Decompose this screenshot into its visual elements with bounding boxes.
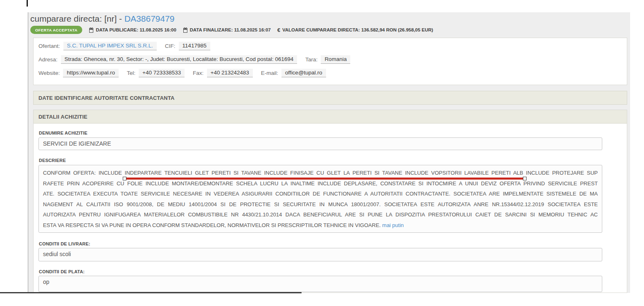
plata-input[interactable]: op — [38, 276, 602, 292]
fax-label: Fax: — [193, 70, 203, 76]
value-meta: € VALOARE CUMPARARE DIRECTA: 136.582,94 … — [277, 27, 433, 33]
offerer-row-identity: Ofertant: S.C. TUPAL HP IMPEX SRL S.R.L.… — [38, 42, 218, 50]
address-label: Adresa: — [38, 56, 58, 63]
show-less-link[interactable]: mai putin — [382, 222, 404, 228]
email-label: E-mail: — [261, 70, 278, 76]
procurement-detail-region: cumparare directa: [nr] - DA38679479 OFE… — [28, 12, 630, 293]
publish-date-label: DATA PUBLICARE: 11.08.2025 16:00 — [96, 27, 176, 32]
offerer-panel: Ofertant: S.C. TUPAL HP IMPEX SRL S.R.L.… — [33, 38, 627, 85]
descriere-line-text: ESTA VA RESPECTA SI VA PUNE IN OPERA CON… — [43, 222, 381, 228]
offerer-label: Ofertant: — [38, 43, 60, 49]
procurement-id-link[interactable]: DA38679479 — [124, 14, 175, 23]
cif-label: CIF: — [165, 43, 176, 49]
tel-label: Tel: — [127, 70, 135, 76]
window-edge-tick — [27, 0, 28, 7]
status-badge: OFERTA ACCEPTATA — [30, 26, 82, 34]
country-value: Romania — [321, 55, 350, 64]
section-title: DETALII ACHIZITIE — [34, 114, 88, 120]
value-label: VALOARE CUMPARARE DIRECTA: 136.582,94 RO… — [282, 27, 433, 32]
address-value: Strada: Ghencea, nr. 30, Sector: -, Jude… — [61, 55, 297, 64]
finalize-date-label: DATA FINALIZARE: 11.08.2025 16:07 — [190, 27, 271, 32]
window-bottom-border — [0, 292, 302, 293]
descriere-line: NAGEMENT AL CALITATII ISO 9001/2008, DE … — [43, 199, 598, 210]
descriere-textarea[interactable]: CONFORM OFERTA: INCLUDE INDEPARTARE TENC… — [38, 165, 602, 233]
denumire-input[interactable]: SERVICII DE IGIENIZARE — [38, 137, 602, 150]
status-row: OFERTA ACCEPTATA DATA PUBLICARE: 11.08.2… — [30, 26, 433, 34]
offerer-row-address: Adresa: Strada: Ghencea, nr. 30, Sector:… — [38, 55, 358, 64]
descriere-line: ATE. SOCIETATEA EXECUTA TOATE SERVICIILE… — [43, 189, 598, 199]
offerer-row-contact: Website: https://www.tupal.ro Tel: +40 7… — [38, 69, 334, 77]
descriere-line: AUTORIZATA PENTRU IGNIFUGAREA MATERIALEL… — [43, 209, 598, 220]
finalize-date-meta: DATA FINALIZARE: 11.08.2025 16:07 — [183, 27, 271, 33]
page-root: cumparare directa: [nr] - DA38679479 OFE… — [0, 0, 644, 306]
website-label: Website: — [38, 70, 60, 76]
annotation-handle-start[interactable] — [123, 177, 126, 180]
fax-value: +40 213242483 — [207, 69, 253, 77]
livrare-input[interactable]: sediul scoli — [38, 248, 602, 261]
details-header-bar: DETALII ACHIZITIE — [33, 110, 627, 124]
page-title-prefix: cumparare directa: [nr] - — [30, 14, 124, 23]
page-title: cumparare directa: [nr] - DA38679479 — [30, 14, 175, 24]
offerer-company-link[interactable]: S.C. TUPAL HP IMPEX SRL S.R.L. — [63, 42, 157, 50]
descriere-label: DESCRIERE — [39, 158, 66, 163]
descriere-line: ESTA VA RESPECTA SI VA PUNE IN OPERA CON… — [43, 220, 598, 231]
denumire-label: DENUMIRE ACHIZITIE — [39, 130, 88, 135]
euro-icon: € — [277, 27, 280, 33]
cif-value: 11417985 — [179, 42, 210, 50]
website-value: https://www.tupal.ro — [63, 69, 119, 77]
plata-label: CONDITII DE PLATA: — [39, 269, 85, 274]
publish-date-meta: DATA PUBLICARE: 11.08.2025 16:00 — [89, 27, 176, 33]
section-authority-identification: DATE IDENTIFICARE AUTORITATE CONTRACTANT… — [33, 91, 627, 105]
section-acquisition-details: DETALII ACHIZITIE DENUMIRE ACHIZITIE SER… — [33, 110, 627, 293]
annotation-handle-end[interactable] — [523, 177, 527, 180]
annotation-underline — [125, 178, 525, 180]
country-label: Tara: — [305, 56, 317, 63]
section-title: DATE IDENTIFICARE AUTORITATE CONTRACTANT… — [34, 95, 175, 101]
email-value: office@tupal.ro — [281, 69, 326, 77]
livrare-label: CONDITII DE LIVRARE: — [39, 241, 90, 246]
calendar-icon — [183, 27, 188, 33]
calendar-icon — [89, 27, 94, 33]
tel-value: +40 723338533 — [139, 69, 185, 77]
